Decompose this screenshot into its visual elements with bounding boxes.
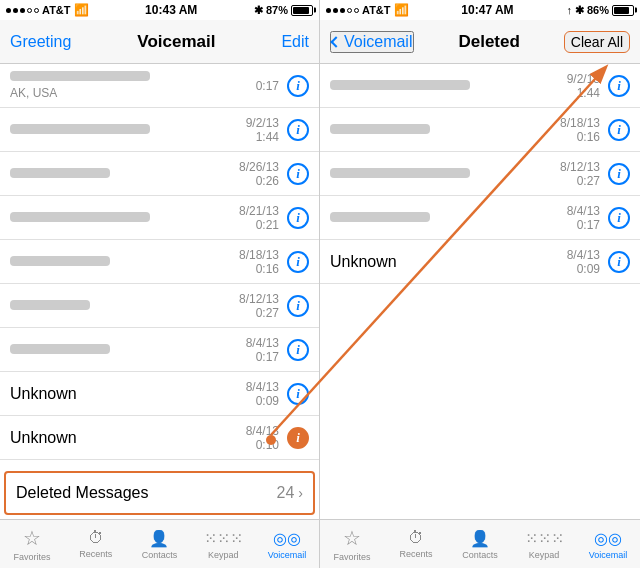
vm-item-8[interactable]: Unknown 8/4/13 0:10 i: [0, 416, 319, 460]
left-carrier-name: AT&T: [42, 4, 71, 16]
right-info-btn-2[interactable]: i: [608, 163, 630, 185]
info-btn-1[interactable]: i: [287, 119, 309, 141]
vm-date-3: 8/21/13: [239, 204, 279, 218]
right-vm-item-0[interactable]: 9/2/13 1:44 i: [320, 64, 640, 108]
right-vm-contact-3: [330, 212, 567, 224]
info-btn-5[interactable]: i: [287, 295, 309, 317]
contact-blur-5: [10, 300, 90, 310]
right-vm-time-4: 8/4/13 0:09: [567, 248, 600, 276]
right-tab-keypad[interactable]: ⁙⁙⁙ Keypad: [512, 520, 576, 568]
info-btn-2[interactable]: i: [287, 163, 309, 185]
right-vm-item-1[interactable]: 8/18/13 0:16 i: [320, 108, 640, 152]
vm-duration-6: 0:17: [246, 350, 279, 364]
info-btn-8[interactable]: i: [287, 427, 309, 449]
right-info-btn-0[interactable]: i: [608, 75, 630, 97]
right-vm-item-3[interactable]: 8/4/13 0:17 i: [320, 196, 640, 240]
right-vm-date-1: 8/18/13: [560, 116, 600, 130]
right-info-btn-1[interactable]: i: [608, 119, 630, 141]
vm-item-3[interactable]: 8/21/13 0:21 i: [0, 196, 319, 240]
right-vm-date-4: 8/4/13: [567, 248, 600, 262]
info-btn-3[interactable]: i: [287, 207, 309, 229]
right-vm-item-2[interactable]: 8/12/13 0:27 i: [320, 152, 640, 196]
left-tab-recents-label: Recents: [79, 549, 112, 559]
contacts-icon: 👤: [149, 529, 169, 548]
right-tab-voicemail[interactable]: ◎◎ Voicemail: [576, 520, 640, 568]
right-vm-contact-2: [330, 168, 560, 180]
right-vm-time-2: 8/12/13 0:27: [560, 160, 600, 188]
right-vm-item-5[interactable]: Unknown 8/4/13 0:10 i: [320, 284, 640, 292]
right-info-btn-3[interactable]: i: [608, 207, 630, 229]
dot4: [27, 8, 32, 13]
right-battery-fill: [614, 7, 629, 14]
left-tab-favorites[interactable]: ☆ Favorites: [0, 520, 64, 568]
vm-duration-4: 0:16: [239, 262, 279, 276]
back-button[interactable]: Voicemail: [330, 31, 414, 53]
rdot5: [354, 8, 359, 13]
vm-item-4[interactable]: 8/18/13 0:16 i: [0, 240, 319, 284]
left-tab-favorites-label: Favorites: [13, 552, 50, 562]
right-battery-area: ↑ ✱ 86%: [566, 4, 634, 17]
right-nav-title: Deleted: [414, 32, 563, 52]
right-vm-date-0: 9/2/13: [567, 72, 600, 86]
info-btn-6[interactable]: i: [287, 339, 309, 361]
vm-duration-2: 0:26: [239, 174, 279, 188]
panels-wrapper: AT&T 📶 10:43 AM ✱ 87% Greeting Voicemail…: [0, 0, 640, 568]
vm-item-5[interactable]: 8/12/13 0:27 i: [0, 284, 319, 328]
vm-item-6[interactable]: 8/4/13 0:17 i: [0, 328, 319, 372]
right-bluetooth-icon: ✱: [575, 4, 584, 17]
vm-item-0[interactable]: AK, USA 0:17 i: [0, 64, 319, 108]
left-tab-voicemail-label: Voicemail: [268, 550, 307, 560]
left-tab-contacts[interactable]: 👤 Contacts: [128, 520, 192, 568]
left-nav-title: Voicemail: [137, 32, 215, 52]
right-contact-blur-2: [330, 168, 470, 178]
greeting-button[interactable]: Greeting: [10, 33, 71, 51]
vm-contact-6: [10, 344, 246, 356]
right-carrier-name: AT&T: [362, 4, 391, 16]
contact-blur-3: [10, 212, 150, 222]
vm-date-1: 9/2/13: [246, 116, 279, 130]
dot5: [34, 8, 39, 13]
info-btn-4[interactable]: i: [287, 251, 309, 273]
left-tab-keypad[interactable]: ⁙⁙⁙ Keypad: [191, 520, 255, 568]
right-vm-item-4[interactable]: Unknown 8/4/13 0:09 i: [320, 240, 640, 284]
vm-item-2[interactable]: 8/26/13 0:26 i: [0, 152, 319, 196]
vm-item-7[interactable]: Unknown 8/4/13 0:09 i: [0, 372, 319, 416]
vm-time-2: 8/26/13 0:26: [239, 160, 279, 188]
right-keypad-icon: ⁙⁙⁙: [525, 529, 564, 548]
left-tab-recents[interactable]: ⏱ Recents: [64, 520, 128, 568]
vm-date-6: 8/4/13: [246, 336, 279, 350]
signal-dots: [6, 8, 39, 13]
left-battery-pct: 87%: [266, 4, 288, 16]
right-signal-dots: [326, 8, 359, 13]
left-voicemail-list: AK, USA 0:17 i 9/2/13 1:44 i: [0, 64, 319, 467]
right-vm-duration-0: 1:44: [567, 86, 600, 100]
vm-time-6: 8/4/13 0:17: [246, 336, 279, 364]
right-tab-voicemail-label: Voicemail: [589, 550, 628, 560]
left-tab-voicemail[interactable]: ◎◎ Voicemail: [255, 520, 319, 568]
right-tab-favorites[interactable]: ☆ Favorites: [320, 520, 384, 568]
left-panel: AT&T 📶 10:43 AM ✱ 87% Greeting Voicemail…: [0, 0, 320, 568]
vm-date-4: 8/18/13: [239, 248, 279, 262]
vm-name-7: Unknown: [10, 385, 246, 403]
info-btn-0[interactable]: i: [287, 75, 309, 97]
dot3: [20, 8, 25, 13]
deleted-messages-row[interactable]: Deleted Messages 24 ›: [4, 471, 315, 515]
info-btn-7[interactable]: i: [287, 383, 309, 405]
right-recents-icon: ⏱: [408, 529, 424, 547]
recents-icon: ⏱: [88, 529, 104, 547]
left-battery-icon: [291, 5, 313, 16]
right-tab-recents[interactable]: ⏱ Recents: [384, 520, 448, 568]
vm-item-1[interactable]: 9/2/13 1:44 i: [0, 108, 319, 152]
vm-contact-5: [10, 300, 239, 312]
right-battery-pct: 86%: [587, 4, 609, 16]
deleted-label: Deleted Messages: [16, 484, 277, 502]
right-info-btn-4[interactable]: i: [608, 251, 630, 273]
edit-button[interactable]: Edit: [281, 33, 309, 51]
right-tab-contacts-label: Contacts: [462, 550, 498, 560]
vm-time-1: 9/2/13 1:44: [246, 116, 279, 144]
right-tab-contacts[interactable]: 👤 Contacts: [448, 520, 512, 568]
contact-blur-1: [10, 124, 150, 134]
clear-all-button[interactable]: Clear All: [564, 31, 630, 53]
vm-time-7: 8/4/13 0:09: [246, 380, 279, 408]
right-tab-recents-label: Recents: [399, 549, 432, 559]
